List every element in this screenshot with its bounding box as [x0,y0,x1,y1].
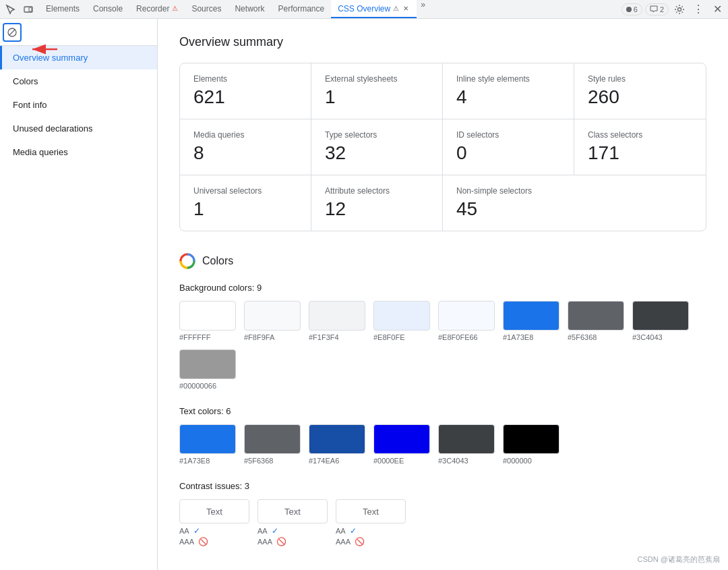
message-icon [650,5,658,13]
color-swatch-f1f3f4[interactable] [309,301,365,331]
text-color-swatch-0000ee[interactable] [373,424,430,454]
color-swatch-3c4043[interactable] [632,301,689,331]
stat-inline-style: Inline style elements 4 [443,63,574,119]
tab-sources[interactable]: Sources [185,0,228,18]
settings-button[interactable] [671,1,688,18]
text-color-swatches: #1A73E8 #5F6368 #174EA6 #0000EE [179,424,706,465]
aaa-no-icon-3: 🚫 [355,537,365,546]
tab-overflow-button[interactable]: » [417,0,429,18]
message-count-badge[interactable]: 2 [645,3,669,16]
background-colors-heading: Background colors: 9 [179,283,706,293]
text-color-swatch-item: #3C4043 [438,424,495,465]
contrast-aaa-row-2: AAA 🚫 [257,537,328,546]
more-options-button[interactable]: ⋮ [690,1,706,18]
contrast-ratings-3: AA ✓ AAA 🚫 [336,526,406,546]
tab-performance[interactable]: Performance [271,0,331,18]
aa-check-icon-1: ✓ [193,526,200,536]
bug-icon [626,7,632,12]
contrast-aa-row-1: AA ✓ [179,526,249,536]
css-overview-warning-icon: ⚠ [393,5,399,12]
stat-id-selectors: ID selectors 0 [443,119,574,175]
tab-css-overview[interactable]: CSS Overview ⚠ ✕ [331,0,417,18]
color-swatch-item: #1A73E8 [503,301,559,341]
background-color-swatches: #FFFFFF #F8F9FA #F1F3F4 #E8F0FE [179,301,706,390]
main-layout: Overview summary Colors Font info Unused… [0,19,728,570]
stat-universal-selectors: Universal selectors 1 [180,175,311,231]
tab-css-overview-close[interactable]: ✕ [402,4,410,13]
contrast-grid: Text AA ✓ AAA 🚫 [179,499,706,546]
text-color-swatch-174ea6[interactable] [309,424,365,454]
stat-elements: Elements 621 [180,63,311,119]
text-colors-group: Text colors: 6 #1A73E8 #5F6368 #174EA [179,406,706,465]
device-toolbar-button[interactable] [20,1,36,18]
aa-check-icon-2: ✓ [272,526,278,536]
color-swatch-item: #FFFFFF [179,301,236,341]
color-wheel-icon [179,253,195,269]
contrast-item-2: Text AA ✓ AAA 🚫 [257,499,328,546]
text-color-swatch-000000[interactable] [503,424,559,454]
text-color-swatch-item: #1A73E8 [179,424,236,465]
svg-rect-1 [29,7,32,11]
recorder-warning-icon: ⚠ [172,5,178,12]
contrast-text-box-1[interactable]: Text [179,499,249,523]
close-devtools-button[interactable]: ✕ [709,1,725,18]
color-swatch-1a73e8[interactable] [503,301,559,331]
tab-network[interactable]: Network [228,0,271,18]
sidebar-item-unused-declarations[interactable]: Unused declarations [0,117,157,140]
color-swatch-item: #F8F9FA [244,301,301,341]
svg-line-4 [9,30,15,35]
color-swatch-e8f0fe66[interactable] [438,301,495,331]
aaa-no-icon-2: 🚫 [276,537,286,546]
color-swatch-f8f9fa[interactable] [244,301,301,331]
color-swatch-item: #F1F3F4 [309,301,365,341]
color-swatch-e8f0fe[interactable] [373,301,430,331]
tab-bar: Elements Console Recorder ⚠ Sources Netw… [0,0,728,19]
overview-summary-section: Overview summary Elements 621 External s… [179,35,706,231]
text-color-swatch-item: #174EA6 [309,424,365,465]
contrast-item-1: Text AA ✓ AAA 🚫 [179,499,249,546]
svg-point-9 [183,257,191,265]
text-color-swatch-1a73e8[interactable] [179,424,236,454]
content-area: Overview summary Elements 621 External s… [158,19,728,570]
toolbar-right: 6 2 ⋮ ✕ [621,1,725,18]
contrast-aa-row-3: AA ✓ [336,526,406,536]
contrast-aaa-row-3: AAA 🚫 [336,537,406,546]
contrast-text-box-2[interactable]: Text [257,499,328,523]
sidebar-item-overview-summary[interactable]: Overview summary [0,46,157,69]
css-overview-sidebar-icon[interactable] [3,23,22,42]
colors-section-header: Colors [179,253,706,269]
tab-recorder[interactable]: Recorder ⚠ [129,0,185,18]
color-swatch-item: #5F6368 [568,301,624,341]
page-title: Overview summary [179,35,706,49]
text-color-swatch-3c4043[interactable] [438,424,495,454]
inspect-element-button[interactable] [3,1,19,18]
contrast-issues-heading: Contrast issues: 3 [179,481,706,491]
color-swatch-00000066[interactable] [179,349,236,379]
color-swatch-item: #00000066 [179,349,236,390]
tab-console[interactable]: Console [86,0,129,18]
sidebar: Overview summary Colors Font info Unused… [0,19,158,570]
colors-section: Colors Background colors: 9 #FFFFFF #F8F… [179,253,706,546]
tab-list: Elements Console Recorder ⚠ Sources Netw… [39,0,621,18]
sidebar-item-colors[interactable]: Colors [0,69,157,93]
color-swatch-5f6368[interactable] [568,301,624,331]
contrast-text-box-3[interactable]: Text [336,499,406,523]
stats-grid: Elements 621 External stylesheets 1 Inli… [179,63,706,231]
stat-style-rules: Style rules 260 [574,63,706,119]
contrast-aa-row-2: AA ✓ [257,526,328,536]
contrast-issues-group: Contrast issues: 3 Text AA ✓ [179,481,706,546]
sidebar-nav: Overview summary Colors Font info Unused… [0,46,157,164]
text-color-swatch-5f6368[interactable] [244,424,301,454]
sidebar-item-font-info[interactable]: Font info [0,93,157,117]
svg-point-2 [678,7,681,11]
contrast-ratings-2: AA ✓ AAA 🚫 [257,526,328,546]
color-swatch-ffffff[interactable] [179,301,236,331]
stat-attribute-selectors: Attribute selectors 12 [311,175,443,231]
stat-non-simple-selectors: Non-simple selectors 45 [443,175,574,231]
tab-elements[interactable]: Elements [39,0,86,18]
stat-media-queries: Media queries 8 [180,119,311,175]
bug-count-badge[interactable]: 6 [621,3,642,16]
watermark: CSDN @诸葛亮的芭蕉扇 [638,554,720,565]
stat-class-selectors: Class selectors 171 [574,119,706,175]
sidebar-item-media-queries[interactable]: Media queries [0,140,157,164]
